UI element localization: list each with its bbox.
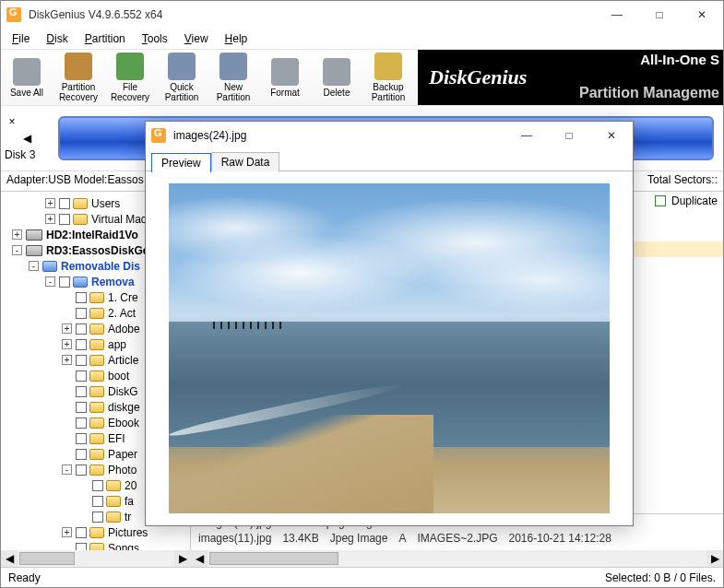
folder-icon <box>89 323 104 335</box>
expand-icon[interactable]: - <box>12 245 22 255</box>
tree-label: tr <box>125 511 131 523</box>
tree-checkbox[interactable] <box>76 433 87 444</box>
expand-icon[interactable]: + <box>62 527 72 537</box>
tree-checkbox[interactable] <box>92 496 103 507</box>
delete-button[interactable]: Delete <box>311 50 362 105</box>
tree-checkbox[interactable] <box>76 355 87 366</box>
banner-title: DiskGenius <box>429 65 527 89</box>
maximize-button[interactable]: □ <box>638 1 681 29</box>
file-recovery-icon <box>116 53 144 80</box>
tree-checkbox[interactable] <box>76 323 87 335</box>
scroll-thumb[interactable] <box>19 552 75 565</box>
scroll-left-icon[interactable]: ◀ <box>191 550 208 567</box>
folder-icon <box>89 292 104 303</box>
expand-icon <box>78 496 89 506</box>
disk-icon <box>26 229 42 241</box>
expand-icon <box>62 417 72 428</box>
scroll-left-icon[interactable]: ◀ <box>1 550 18 567</box>
tree-checkbox[interactable] <box>76 543 87 551</box>
toolbar-label: Format <box>270 88 300 98</box>
tab-preview[interactable]: Preview <box>151 153 211 172</box>
menu-help[interactable]: Help <box>218 30 255 47</box>
tree-checkbox[interactable] <box>76 386 87 397</box>
close-button[interactable]: ✕ <box>681 1 723 29</box>
tree-label: Removable Dis <box>61 260 140 273</box>
minimize-button[interactable]: — <box>596 1 638 29</box>
folder-icon <box>106 480 121 491</box>
folder-icon <box>89 370 104 382</box>
expand-icon[interactable]: + <box>62 339 72 349</box>
tab-raw-data[interactable]: Raw Data <box>211 152 280 171</box>
preview-titlebar[interactable]: images(24).jpg — □ ✕ <box>146 122 633 149</box>
banner-sub1: All-In-One S <box>640 52 719 67</box>
tree-checkbox[interactable] <box>76 308 87 319</box>
quick-partition-button[interactable]: Quick Partition <box>156 50 208 105</box>
expand-icon[interactable]: + <box>45 198 55 208</box>
list-scrollbar[interactable]: ◀ ▶ <box>191 550 723 567</box>
tree-checkbox[interactable] <box>59 198 70 209</box>
tree-checkbox[interactable] <box>92 480 103 491</box>
menu-partition[interactable]: Partition <box>77 30 133 47</box>
tree-checkbox[interactable] <box>76 339 87 350</box>
tree-scrollbar[interactable]: ◀ ▶ <box>1 550 191 567</box>
expand-icon <box>78 512 89 522</box>
expand-icon[interactable]: - <box>45 276 55 287</box>
new-partition-button[interactable]: New Partition <box>208 50 259 105</box>
tree-item[interactable]: +Pictures <box>1 524 190 540</box>
save-all-icon <box>13 58 41 86</box>
tree-checkbox[interactable] <box>76 449 87 460</box>
toolbar-label: File Recovery <box>111 82 149 102</box>
status-right: Selected: 0 B / 0 Files. <box>605 571 716 584</box>
tree-checkbox[interactable] <box>59 276 70 288</box>
expand-icon <box>62 308 72 318</box>
tree-label: DiskG <box>108 385 138 398</box>
preview-body <box>146 171 633 525</box>
tree-label: Article <box>108 354 138 367</box>
file-row[interactable]: images(11).jpg13.4KBJpeg ImageAIMAGES~2.… <box>191 530 723 546</box>
tree-label: RD3:EassosDiskGe <box>46 244 148 257</box>
info-arrow-icon[interactable]: ◀ <box>5 132 49 145</box>
save-all-button[interactable]: Save All <box>1 50 53 105</box>
expand-icon[interactable]: + <box>12 229 22 240</box>
expand-icon[interactable]: + <box>62 323 72 334</box>
tree-item[interactable]: Songs <box>1 540 190 550</box>
scroll-thumb[interactable] <box>209 552 338 565</box>
titlebar: DiskGenius V4.9.6.552 x64 — □ ✕ <box>1 1 723 29</box>
tree-checkbox[interactable] <box>92 512 103 523</box>
expand-icon <box>62 449 72 459</box>
tree-checkbox[interactable] <box>59 214 70 225</box>
folder-icon <box>73 198 88 209</box>
tree-checkbox[interactable] <box>76 465 87 476</box>
folder-icon <box>89 433 104 444</box>
banner: DiskGenius All-In-One S Partition Manage… <box>418 50 723 105</box>
expand-icon[interactable]: - <box>29 261 39 271</box>
menubar: File Disk Partition Tools View Help <box>1 29 723 49</box>
file-recovery-button[interactable]: File Recovery <box>104 50 156 105</box>
tree-checkbox[interactable] <box>76 370 87 382</box>
folder-icon <box>89 339 104 350</box>
preview-minimize-button[interactable]: — <box>505 122 548 149</box>
toolbar-label: Delete <box>324 88 350 98</box>
menu-file[interactable]: File <box>5 30 37 47</box>
menu-disk[interactable]: Disk <box>39 30 75 47</box>
disk-label: Disk 3 <box>5 148 49 161</box>
partition-recovery-button[interactable]: Partition Recovery <box>53 50 104 105</box>
expand-icon[interactable]: + <box>45 214 55 224</box>
preview-close-button[interactable]: ✕ <box>590 122 633 149</box>
duplicate-checkbox[interactable] <box>655 195 666 206</box>
info-close-icon[interactable]: × <box>5 115 19 128</box>
scroll-right-icon[interactable]: ▶ <box>174 550 191 567</box>
backup-partition-icon <box>374 53 402 80</box>
preview-maximize-button[interactable]: □ <box>548 122 590 149</box>
format-button[interactable]: Format <box>259 50 311 105</box>
menu-tools[interactable]: Tools <box>135 30 175 47</box>
backup-partition-button[interactable]: Backup Partition <box>362 50 414 105</box>
tree-checkbox[interactable] <box>76 417 87 429</box>
menu-view[interactable]: View <box>177 30 216 47</box>
tree-checkbox[interactable] <box>76 292 87 303</box>
tree-checkbox[interactable] <box>76 527 87 538</box>
expand-icon[interactable]: + <box>62 355 72 365</box>
expand-icon[interactable]: - <box>62 465 72 475</box>
tree-checkbox[interactable] <box>76 402 87 413</box>
scroll-right-icon[interactable]: ▶ <box>706 550 723 567</box>
